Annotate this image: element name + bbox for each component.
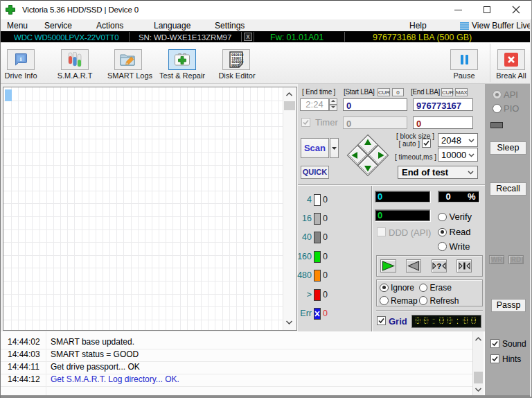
svg-text:0001: 0001 — [231, 64, 240, 68]
svg-text:?: ? — [437, 262, 442, 270]
